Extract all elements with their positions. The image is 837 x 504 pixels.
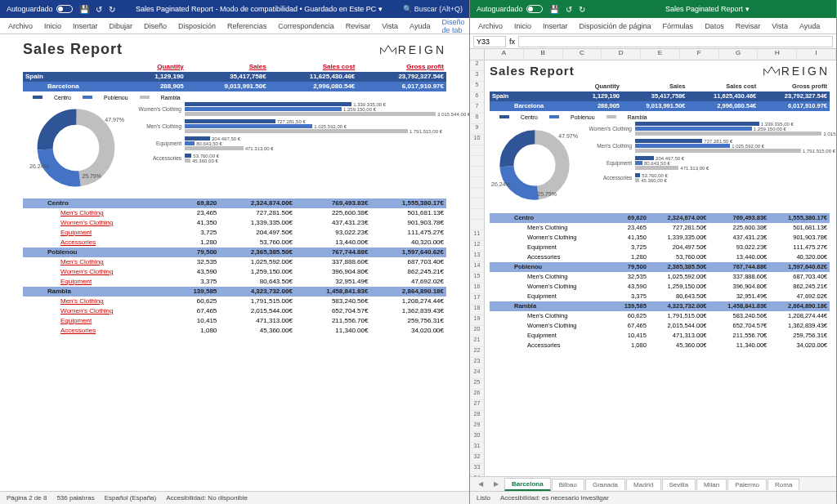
sheet-tab[interactable]: Granada bbox=[585, 479, 625, 490]
legend-swatch bbox=[83, 96, 92, 99]
bar-chart: Women's Clothing1.339.335,00 €1.259.150,… bbox=[136, 102, 446, 194]
legend-label: Rambla bbox=[161, 95, 181, 100]
ribbon-tab[interactable]: Correspondencia bbox=[278, 22, 334, 30]
table-row: Men's Clothing23,465727,281.50€225,600.3… bbox=[490, 223, 830, 233]
autosave-toggle[interactable]: Autoguardado bbox=[7, 5, 73, 13]
excel-titlebar: Autoguardado 💾 ↺ ↻ Sales Paginated Repor… bbox=[470, 0, 836, 18]
ribbon-tab[interactable]: Ayuda bbox=[410, 22, 430, 30]
search-box[interactable]: 🔍 Buscar (Alt+Q) bbox=[403, 5, 463, 13]
ribbon-tab[interactable]: Inicio bbox=[514, 22, 531, 30]
word-ribbon-tabs: ArchivoInicioInsertarDibujarDiseñoDispos… bbox=[0, 18, 469, 34]
excel-ribbon-tabs: ArchivoInicioInsertarDisposición de pági… bbox=[470, 18, 836, 34]
ribbon-tab[interactable]: Inicio bbox=[44, 22, 61, 30]
save-icon[interactable]: 💾 bbox=[79, 5, 89, 14]
table-row: Women's Clothing67,4652,015,544.00€652,7… bbox=[490, 321, 830, 331]
sheet-tab[interactable]: Madrid bbox=[626, 479, 660, 490]
legend-swatch bbox=[499, 115, 509, 118]
workbook-title: Sales Paginated Report ▾ bbox=[585, 5, 830, 13]
table-row: Poblenou79,5002,365,385.50€767,744.88€1,… bbox=[23, 248, 446, 257]
excel-statusbar: Listo Accesibilidad: es necesario invest… bbox=[470, 491, 836, 504]
sheet-tabs: ◀ ▶ BarcelonaBilbaoGranadaMadridSevillaM… bbox=[470, 476, 836, 491]
page-indicator[interactable]: Página 2 de 8 bbox=[7, 494, 47, 502]
legend-swatch bbox=[33, 96, 43, 99]
ribbon-tab[interactable]: Datos bbox=[705, 22, 724, 30]
brand-logo: REIGN bbox=[380, 43, 446, 56]
ribbon-tab[interactable]: Diseño de tab bbox=[441, 18, 464, 34]
bar-chart: Women's Clothing1.339.335,00 €1.259.150,… bbox=[586, 122, 830, 208]
sheet-tab[interactable]: Milan bbox=[696, 479, 727, 490]
sheet-tab[interactable]: Palermo bbox=[727, 479, 767, 490]
sheet-tab[interactable]: Barcelona bbox=[504, 478, 551, 491]
undo-icon[interactable]: ↺ bbox=[566, 5, 572, 14]
donut-chart: 47.97% 25.79% 26.24% bbox=[490, 122, 580, 208]
row-headers[interactable]: 2356789101112131415161718192021222324252… bbox=[470, 60, 485, 476]
table-row: Poblenou79,5002,365,385.50€767,744.88€1,… bbox=[490, 262, 830, 272]
ribbon-tab[interactable]: Revisar bbox=[346, 22, 371, 30]
autosave-toggle[interactable]: Autoguardado bbox=[477, 5, 543, 13]
ribbon-tab[interactable]: Archivo bbox=[478, 22, 503, 30]
table-row: Men's Clothing60,6251,791,515.00€583,240… bbox=[23, 297, 446, 306]
ribbon-tab[interactable]: Disposición bbox=[178, 22, 216, 30]
sheet-tab[interactable]: Sevilla bbox=[662, 479, 696, 490]
table-row: Equipment3,725204,497.50€93,022.23€111,4… bbox=[23, 228, 446, 238]
ribbon-tab[interactable]: Diseño bbox=[144, 22, 167, 30]
ribbon-tab[interactable]: Fórmulas bbox=[663, 22, 694, 30]
table-row: Accessories1,28053,760.00€13,440.00€40,3… bbox=[23, 238, 446, 248]
ribbon-tab[interactable]: Archivo bbox=[8, 22, 33, 30]
legend-label: Centro bbox=[521, 114, 538, 120]
ribbon-tab[interactable]: Vista bbox=[382, 22, 398, 30]
table-row: Men's Clothing32,5351,025,592.00€337,888… bbox=[23, 257, 446, 267]
table-row: Women's Clothing67,4652,015,544.00€652,7… bbox=[23, 306, 446, 316]
save-icon[interactable]: 💾 bbox=[549, 5, 559, 14]
legend-swatch bbox=[140, 96, 150, 99]
report-title: Sales Report bbox=[490, 64, 575, 78]
legend-label: Rambla bbox=[628, 114, 647, 120]
table-row: Equipment3,725204,497.50€93,022.23€111,4… bbox=[490, 243, 830, 252]
table-row: Accessories1,08045,360.00€11,340.00€34,0… bbox=[490, 341, 830, 350]
charts-row: 47.97% 25.79% 26.24% Women's Clothing1.3… bbox=[23, 102, 446, 194]
ribbon-tab[interactable]: Referencias bbox=[227, 22, 266, 30]
table-row: Rambla139,5854,323,732.00€1,458,841.83€2… bbox=[23, 287, 446, 297]
table-row: Equipment3,37580,643.50€32,951.49€47,692… bbox=[23, 277, 446, 287]
table-row: Centro69,8202,324,874.00€769,493.83€1,55… bbox=[490, 213, 830, 223]
ribbon-tab[interactable]: Dibujar bbox=[110, 22, 133, 30]
redo-icon[interactable]: ↻ bbox=[109, 5, 115, 14]
sheet-prev-icon[interactable]: ◀ bbox=[473, 480, 488, 488]
table-row: Women's Clothing43,5901,259,150.00€396,9… bbox=[490, 282, 830, 292]
accessibility-indicator[interactable]: Accesibilidad: No disponible bbox=[166, 494, 248, 502]
word-titlebar: Autoguardado 💾 ↺ ↻ Sales Paginated Repor… bbox=[0, 0, 469, 18]
word-count[interactable]: 536 palabras bbox=[56, 494, 94, 502]
toggle-off-icon bbox=[526, 5, 543, 13]
ribbon-tab[interactable]: Vista bbox=[772, 22, 788, 30]
fx-icon: fx bbox=[509, 38, 515, 46]
ribbon-tab[interactable]: Ayuda bbox=[799, 22, 820, 30]
column-headers[interactable]: ABCDEFGHI bbox=[470, 49, 836, 60]
ribbon-tab[interactable]: Insertar bbox=[73, 22, 98, 30]
legend-label: Poblenou bbox=[571, 114, 595, 120]
table-row: Equipment10,415471,313.00€211,556.70€259… bbox=[23, 316, 446, 326]
accessibility-indicator[interactable]: Accesibilidad: es necesario investigar bbox=[500, 494, 609, 502]
table-row: Men's Clothing60,6251,791,515.00€583,240… bbox=[490, 311, 830, 321]
toggle-off-icon bbox=[56, 5, 73, 13]
sheet-next-icon[interactable]: ▶ bbox=[489, 480, 504, 488]
name-box[interactable]: Y33 bbox=[473, 36, 506, 47]
table-row: Equipment3,37580,643.50€32,951.49€47,692… bbox=[490, 292, 830, 301]
table-row: Women's Clothing41,3501,339,335.00€437,4… bbox=[23, 218, 446, 228]
table-row: Rambla139,5854,323,732.00€1,458,841.83€2… bbox=[490, 301, 830, 311]
ribbon-tab[interactable]: Revisar bbox=[736, 22, 761, 30]
table-row: Accessories1,08045,360.00€11,340.00€34,0… bbox=[23, 326, 446, 336]
formula-bar[interactable] bbox=[518, 36, 833, 47]
sheet-tab[interactable]: Roma bbox=[768, 479, 799, 490]
table-row: Centro69,8202,324,874.00€769,493.83€1,55… bbox=[23, 198, 446, 208]
ribbon-tab[interactable]: Insertar bbox=[543, 22, 568, 30]
sheet-tab[interactable]: Bilbao bbox=[552, 479, 584, 490]
ribbon-tab[interactable]: Disposición de página bbox=[580, 22, 651, 30]
document-body: Sales Report REIGN QuantitySalesSales co… bbox=[0, 34, 469, 491]
document-title: Sales Paginated Report - Modo de compati… bbox=[115, 5, 404, 13]
undo-icon[interactable]: ↺ bbox=[96, 5, 102, 14]
charts-row: 47.97% 25.79% 26.24% Women's Clothing1.3… bbox=[490, 122, 830, 208]
language-indicator[interactable]: Español (España) bbox=[105, 494, 157, 502]
redo-icon[interactable]: ↻ bbox=[579, 5, 585, 14]
table-row: Women's Clothing43,5901,259,150.00€396,9… bbox=[23, 267, 446, 277]
word-statusbar: Página 2 de 8 536 palabras Español (Espa… bbox=[0, 491, 469, 504]
